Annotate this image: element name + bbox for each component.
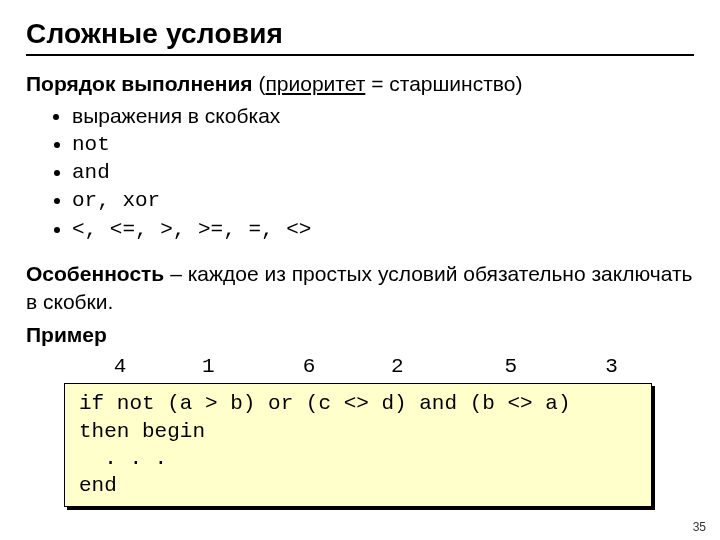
code-line: if not (a > b) or (c <> d) and (b <> a) bbox=[79, 390, 637, 417]
code-box: if not (a > b) or (c <> d) and (b <> a) … bbox=[64, 383, 652, 506]
priority-header: Порядок выполнения (приоритет = старшинс… bbox=[26, 70, 694, 98]
list-item: выражения в скобках bbox=[72, 102, 694, 130]
title-rule bbox=[26, 54, 694, 56]
feature-paragraph: Особенность – каждое из простых условий … bbox=[26, 260, 694, 317]
code-line: then begin bbox=[79, 418, 637, 445]
code-line: . . . bbox=[79, 445, 637, 472]
precedence-numbers: 4 1 6 2 5 3 bbox=[76, 353, 694, 381]
example-block: 4 1 6 2 5 3 if not (a > b) or (c <> d) a… bbox=[64, 353, 694, 507]
priority-underlined: приоритет bbox=[265, 72, 365, 95]
code-line: end bbox=[79, 472, 637, 499]
list-item: <, <=, >, >=, =, <> bbox=[72, 216, 694, 244]
slide-title: Сложные условия bbox=[26, 18, 694, 50]
list-item: not bbox=[72, 131, 694, 159]
list-item: and bbox=[72, 159, 694, 187]
list-item: or, xor bbox=[72, 187, 694, 215]
priority-paren-rest: = старшинство) bbox=[365, 72, 522, 95]
priority-paren-open: ( bbox=[253, 72, 266, 95]
feature-bold: Особенность bbox=[26, 262, 164, 285]
priority-lead: Порядок выполнения bbox=[26, 72, 253, 95]
page-number: 35 bbox=[693, 520, 706, 534]
example-heading: Пример bbox=[26, 321, 694, 349]
example-heading-text: Пример bbox=[26, 323, 107, 346]
priority-list: выражения в скобках not and or, xor <, <… bbox=[26, 102, 694, 244]
